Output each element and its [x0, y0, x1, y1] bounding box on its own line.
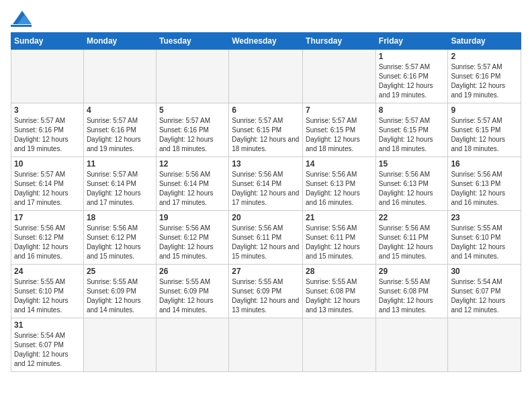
cell-info: Sunrise: 5:57 AM Sunset: 6:15 PM Dayligh… [379, 116, 445, 154]
date-number: 18 [87, 213, 153, 222]
week-row-4: 24Sunrise: 5:55 AM Sunset: 6:10 PM Dayli… [11, 265, 521, 318]
header-day-wednesday: Wednesday [229, 33, 303, 50]
cell-info: Sunrise: 5:56 AM Sunset: 6:12 PM Dayligh… [87, 224, 153, 261]
calendar-cell: 8Sunrise: 5:57 AM Sunset: 6:15 PM Daylig… [375, 103, 448, 157]
header-row: SundayMondayTuesdayWednesdayThursdayFrid… [11, 33, 521, 50]
calendar-cell: 26Sunrise: 5:55 AM Sunset: 6:09 PM Dayli… [156, 265, 228, 318]
calendar-table: SundayMondayTuesdayWednesdayThursdayFrid… [11, 32, 521, 372]
calendar-cell: 23Sunrise: 5:55 AM Sunset: 6:10 PM Dayli… [448, 211, 521, 265]
calendar-cell: 21Sunrise: 5:56 AM Sunset: 6:11 PM Dayli… [303, 211, 376, 265]
cell-info: Sunrise: 5:57 AM Sunset: 6:16 PM Dayligh… [379, 62, 445, 100]
calendar-cell: 13Sunrise: 5:56 AM Sunset: 6:14 PM Dayli… [229, 157, 303, 211]
cell-info: Sunrise: 5:56 AM Sunset: 6:13 PM Dayligh… [379, 170, 445, 208]
date-number: 26 [159, 267, 226, 276]
logo-underline [11, 25, 32, 27]
date-number: 10 [14, 159, 81, 169]
date-number: 8 [379, 105, 445, 115]
date-number: 22 [379, 213, 445, 222]
cell-info: Sunrise: 5:57 AM Sunset: 6:15 PM Dayligh… [232, 116, 300, 154]
cell-info: Sunrise: 5:56 AM Sunset: 6:14 PM Dayligh… [159, 170, 226, 208]
cell-info: Sunrise: 5:56 AM Sunset: 6:12 PM Dayligh… [14, 224, 81, 261]
calendar-cell: 30Sunrise: 5:54 AM Sunset: 6:07 PM Dayli… [448, 265, 521, 318]
cell-info: Sunrise: 5:57 AM Sunset: 6:16 PM Dayligh… [14, 116, 81, 154]
calendar-cell: 12Sunrise: 5:56 AM Sunset: 6:14 PM Dayli… [156, 157, 228, 211]
calendar-cell [303, 50, 376, 103]
cell-info: Sunrise: 5:55 AM Sunset: 6:09 PM Dayligh… [232, 277, 300, 315]
calendar-cell: 14Sunrise: 5:56 AM Sunset: 6:13 PM Dayli… [303, 157, 376, 211]
cell-info: Sunrise: 5:56 AM Sunset: 6:13 PM Dayligh… [451, 170, 518, 208]
cell-info: Sunrise: 5:57 AM Sunset: 6:16 PM Dayligh… [451, 62, 518, 100]
week-row-3: 17Sunrise: 5:56 AM Sunset: 6:12 PM Dayli… [11, 211, 521, 265]
date-number: 9 [451, 105, 518, 115]
date-number: 1 [379, 52, 445, 61]
date-number: 16 [451, 159, 518, 169]
calendar-header: SundayMondayTuesdayWednesdayThursdayFrid… [11, 33, 521, 50]
date-number: 15 [379, 159, 445, 169]
cell-info: Sunrise: 5:57 AM Sunset: 6:16 PM Dayligh… [159, 116, 226, 154]
cell-info: Sunrise: 5:55 AM Sunset: 6:09 PM Dayligh… [87, 277, 153, 315]
cell-info: Sunrise: 5:57 AM Sunset: 6:15 PM Dayligh… [306, 116, 373, 154]
calendar-cell [156, 50, 228, 103]
week-row-0: 1Sunrise: 5:57 AM Sunset: 6:16 PM Daylig… [11, 50, 521, 103]
date-number: 12 [159, 159, 226, 169]
date-number: 4 [87, 105, 153, 115]
date-number: 11 [87, 159, 153, 169]
cell-info: Sunrise: 5:57 AM Sunset: 6:16 PM Dayligh… [87, 116, 153, 154]
cell-info: Sunrise: 5:56 AM Sunset: 6:11 PM Dayligh… [232, 224, 300, 261]
calendar-cell: 17Sunrise: 5:56 AM Sunset: 6:12 PM Dayli… [11, 211, 84, 265]
week-row-5: 31Sunrise: 5:54 AM Sunset: 6:07 PM Dayli… [11, 318, 521, 372]
header-day-saturday: Saturday [448, 33, 521, 50]
date-number: 3 [14, 105, 81, 115]
date-number: 2 [451, 52, 518, 61]
date-number: 30 [451, 267, 518, 276]
calendar-cell: 10Sunrise: 5:57 AM Sunset: 6:14 PM Dayli… [11, 157, 84, 211]
calendar-cell [83, 50, 156, 103]
cell-info: Sunrise: 5:57 AM Sunset: 6:14 PM Dayligh… [14, 170, 81, 208]
calendar-cell: 25Sunrise: 5:55 AM Sunset: 6:09 PM Dayli… [83, 265, 156, 318]
calendar-cell [375, 318, 448, 372]
calendar-cell: 18Sunrise: 5:56 AM Sunset: 6:12 PM Dayli… [83, 211, 156, 265]
date-number: 27 [232, 267, 300, 276]
cell-info: Sunrise: 5:55 AM Sunset: 6:09 PM Dayligh… [159, 277, 226, 315]
cell-info: Sunrise: 5:55 AM Sunset: 6:08 PM Dayligh… [306, 277, 373, 315]
calendar-cell [83, 318, 156, 372]
cell-info: Sunrise: 5:56 AM Sunset: 6:12 PM Dayligh… [159, 224, 226, 261]
calendar-cell: 2Sunrise: 5:57 AM Sunset: 6:16 PM Daylig… [448, 50, 521, 103]
header-day-monday: Monday [83, 33, 156, 50]
calendar-cell: 9Sunrise: 5:57 AM Sunset: 6:15 PM Daylig… [448, 103, 521, 157]
date-number: 20 [232, 213, 300, 222]
cell-info: Sunrise: 5:55 AM Sunset: 6:10 PM Dayligh… [451, 224, 518, 261]
cell-info: Sunrise: 5:56 AM Sunset: 6:11 PM Dayligh… [379, 224, 445, 261]
date-number: 13 [232, 159, 300, 169]
calendar-cell: 19Sunrise: 5:56 AM Sunset: 6:12 PM Dayli… [156, 211, 228, 265]
calendar-cell: 29Sunrise: 5:55 AM Sunset: 6:08 PM Dayli… [375, 265, 448, 318]
cell-info: Sunrise: 5:56 AM Sunset: 6:13 PM Dayligh… [306, 170, 373, 208]
calendar-cell: 3Sunrise: 5:57 AM Sunset: 6:16 PM Daylig… [11, 103, 84, 157]
calendar-cell [156, 318, 228, 372]
calendar-cell: 28Sunrise: 5:55 AM Sunset: 6:08 PM Dayli… [303, 265, 376, 318]
date-number: 23 [451, 213, 518, 222]
cell-info: Sunrise: 5:56 AM Sunset: 6:14 PM Dayligh… [232, 170, 300, 208]
calendar-cell [11, 50, 84, 103]
calendar-cell: 15Sunrise: 5:56 AM Sunset: 6:13 PM Dayli… [375, 157, 448, 211]
cell-info: Sunrise: 5:55 AM Sunset: 6:08 PM Dayligh… [379, 277, 445, 315]
header-day-tuesday: Tuesday [156, 33, 228, 50]
week-row-2: 10Sunrise: 5:57 AM Sunset: 6:14 PM Dayli… [11, 157, 521, 211]
calendar-cell: 6Sunrise: 5:57 AM Sunset: 6:15 PM Daylig… [229, 103, 303, 157]
date-number: 21 [306, 213, 373, 222]
calendar-cell: 16Sunrise: 5:56 AM Sunset: 6:13 PM Dayli… [448, 157, 521, 211]
cell-info: Sunrise: 5:55 AM Sunset: 6:10 PM Dayligh… [14, 277, 81, 315]
calendar-body: 1Sunrise: 5:57 AM Sunset: 6:16 PM Daylig… [11, 50, 521, 372]
calendar-cell: 7Sunrise: 5:57 AM Sunset: 6:15 PM Daylig… [303, 103, 376, 157]
cell-info: Sunrise: 5:57 AM Sunset: 6:15 PM Dayligh… [451, 116, 518, 154]
calendar-cell: 24Sunrise: 5:55 AM Sunset: 6:10 PM Dayli… [11, 265, 84, 318]
logo-icon [13, 11, 32, 24]
calendar-cell: 22Sunrise: 5:56 AM Sunset: 6:11 PM Dayli… [375, 211, 448, 265]
date-number: 17 [14, 213, 81, 222]
date-number: 14 [306, 159, 373, 169]
date-number: 28 [306, 267, 373, 276]
cell-info: Sunrise: 5:54 AM Sunset: 6:07 PM Dayligh… [451, 277, 518, 315]
cell-info: Sunrise: 5:56 AM Sunset: 6:11 PM Dayligh… [306, 224, 373, 261]
calendar-cell: 5Sunrise: 5:57 AM Sunset: 6:16 PM Daylig… [156, 103, 228, 157]
calendar-cell: 31Sunrise: 5:54 AM Sunset: 6:07 PM Dayli… [11, 318, 84, 372]
